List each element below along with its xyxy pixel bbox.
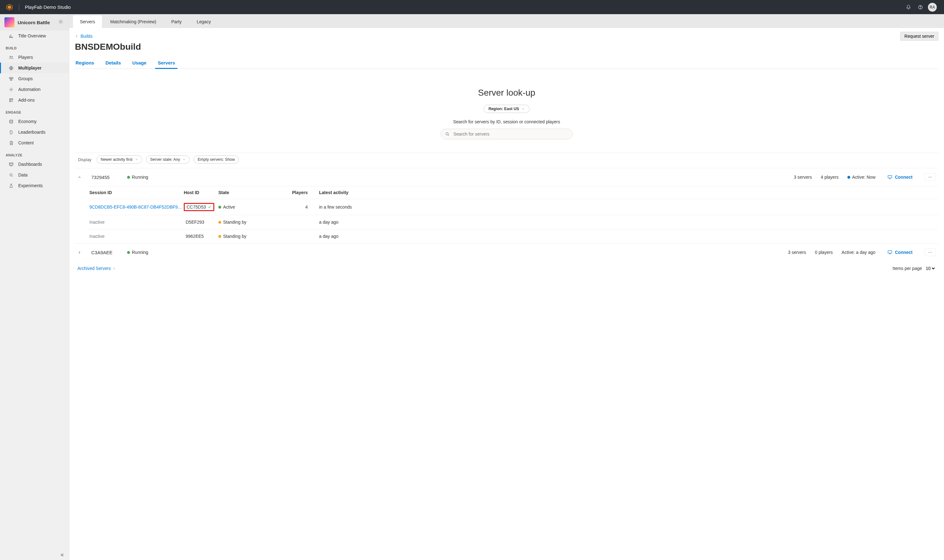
gear-icon[interactable] xyxy=(58,19,65,26)
monitor-icon xyxy=(887,250,892,255)
user-avatar[interactable]: RA xyxy=(926,1,938,13)
sidebar-item-multiplayer[interactable]: Multiplayer xyxy=(0,63,69,73)
svg-point-17 xyxy=(10,174,12,176)
svg-point-5 xyxy=(10,56,11,57)
server-group-header[interactable]: C3A9AEE Running 3 servers 0 players Acti… xyxy=(75,243,938,261)
chevron-right-icon xyxy=(112,267,116,270)
filters-bar: Display Newer activity first Server stat… xyxy=(75,152,938,168)
session-id-link[interactable]: 9CD8DCB5-EFC8-490B-8C87-DB4F52DBF9... xyxy=(89,205,184,209)
sidebar-item-label: Content xyxy=(18,140,34,145)
group-active: Active: Now xyxy=(852,175,875,180)
sidebar-item-label: Experiments xyxy=(18,183,43,188)
region-label: Region: East US xyxy=(488,107,519,111)
filter-sort[interactable]: Newer activity first xyxy=(97,155,142,164)
more-menu[interactable] xyxy=(924,173,936,181)
search-icon xyxy=(445,132,450,137)
sidebar-item-addons[interactable]: Add-ons xyxy=(0,95,69,105)
dashboards-icon xyxy=(8,162,14,167)
content-icon xyxy=(8,140,14,146)
group-servers: 3 servers xyxy=(794,175,812,180)
sidebar-item-groups[interactable]: Groups xyxy=(0,73,69,84)
brand-name: PlayFab Demo Studio xyxy=(25,5,71,10)
groups-icon xyxy=(8,76,14,82)
session-id: Inactive xyxy=(89,220,184,225)
connect-button[interactable]: Connect xyxy=(884,173,916,182)
ipp-select[interactable]: 10 xyxy=(924,266,936,271)
subtab-details[interactable]: Details xyxy=(105,58,122,69)
region-selector[interactable]: Region: East US xyxy=(484,105,529,113)
tab-party[interactable]: Party xyxy=(165,15,189,28)
svg-rect-14 xyxy=(9,100,11,102)
sidebar-item-leaderboards[interactable]: Leaderboards xyxy=(0,127,69,137)
sidebar-item-label: Automation xyxy=(18,87,41,92)
sidebar-collapse-button[interactable] xyxy=(0,550,69,560)
svg-marker-1 xyxy=(8,5,11,9)
automation-icon xyxy=(8,86,14,92)
sidebar-item-label: Economy xyxy=(18,119,37,124)
svg-rect-16 xyxy=(9,163,12,165)
subtab-usage[interactable]: Usage xyxy=(131,58,147,69)
sidebar-item-economy[interactable]: Economy xyxy=(0,116,69,127)
top-bar: PlayFab Demo Studio RA xyxy=(0,0,944,14)
sidebar-item-data[interactable]: Data xyxy=(0,169,69,180)
sidebar-item-dashboards[interactable]: Dashboards xyxy=(0,159,69,169)
server-sub-table: Session ID Host ID State Players Latest … xyxy=(75,186,938,243)
tab-servers[interactable]: Servers xyxy=(73,15,102,28)
sidebar-item-players[interactable]: Players xyxy=(0,52,69,63)
svg-rect-19 xyxy=(888,175,892,178)
svg-point-11 xyxy=(11,89,12,90)
items-per-page: Items per page 10 xyxy=(893,266,936,271)
sidebar-item-content[interactable]: Content xyxy=(0,137,69,148)
tab-legacy[interactable]: Legacy xyxy=(190,15,218,28)
session-id: Inactive xyxy=(89,234,184,239)
search-input[interactable] xyxy=(440,129,573,139)
chevron-down-icon xyxy=(522,107,525,111)
group-active: Active: a day ago xyxy=(842,250,875,255)
bell-icon[interactable] xyxy=(902,1,915,13)
svg-point-20 xyxy=(929,177,929,177)
svg-point-15 xyxy=(9,120,12,121)
server-group-header[interactable]: 7329455 Running 3 servers 4 players Acti… xyxy=(75,168,938,186)
chevron-up-icon[interactable] xyxy=(77,175,84,179)
status-dot-icon xyxy=(847,176,850,179)
title-selector[interactable]: Unicorn Battle xyxy=(0,14,69,31)
sidebar-item-label: Multiplayer xyxy=(18,65,42,71)
filter-state[interactable]: Server state: Any xyxy=(146,155,190,164)
col-session: Session ID xyxy=(89,190,184,195)
monitor-icon xyxy=(887,175,892,180)
sidebar-item-label: Dashboards xyxy=(18,162,42,167)
breadcrumb[interactable]: Builds xyxy=(75,34,92,39)
more-menu[interactable] xyxy=(924,249,936,256)
host-id[interactable]: CC75D53 xyxy=(184,203,214,211)
col-state: State xyxy=(219,190,281,195)
host-id[interactable]: 9962EE5 xyxy=(184,233,206,239)
sidebar-item-overview[interactable]: Title Overview xyxy=(0,31,69,41)
sidebar-item-automation[interactable]: Automation xyxy=(0,84,69,95)
sidebar-heading-analyze: ANALYZE xyxy=(0,148,69,159)
connect-button[interactable]: Connect xyxy=(884,248,916,257)
group-id: C3A9AEE xyxy=(91,250,120,255)
host-id[interactable]: D5EF293 xyxy=(184,219,206,225)
sidebar-item-experiments[interactable]: Experiments xyxy=(0,180,69,191)
help-icon[interactable] xyxy=(915,1,926,13)
sidebar-item-label: Leaderboards xyxy=(18,129,45,135)
group-players: 0 players xyxy=(815,250,833,255)
col-activity: Latest activity xyxy=(319,190,936,195)
addons-icon xyxy=(8,97,14,103)
chevron-down-icon xyxy=(135,158,138,161)
archived-servers-link[interactable]: Archived Servers xyxy=(77,266,116,271)
leaderboards-icon xyxy=(8,129,14,135)
subtab-servers[interactable]: Servers xyxy=(157,58,176,69)
status-dot-icon xyxy=(127,176,130,179)
row-activity: a day ago xyxy=(319,220,936,225)
svg-point-26 xyxy=(931,252,932,252)
playfab-logo-icon xyxy=(6,3,13,11)
main-content: Servers Matchmaking (Preview) Party Lega… xyxy=(69,14,944,560)
tab-matchmaking[interactable]: Matchmaking (Preview) xyxy=(103,15,163,28)
subtab-regions[interactable]: Regions xyxy=(75,58,95,69)
filter-empty[interactable]: Empty servers: Show xyxy=(194,155,239,164)
chevron-right-icon[interactable] xyxy=(77,251,84,254)
request-server-button[interactable]: Request server xyxy=(900,32,938,41)
check-icon xyxy=(208,205,211,209)
sidebar-item-label: Add-ons xyxy=(18,97,35,103)
